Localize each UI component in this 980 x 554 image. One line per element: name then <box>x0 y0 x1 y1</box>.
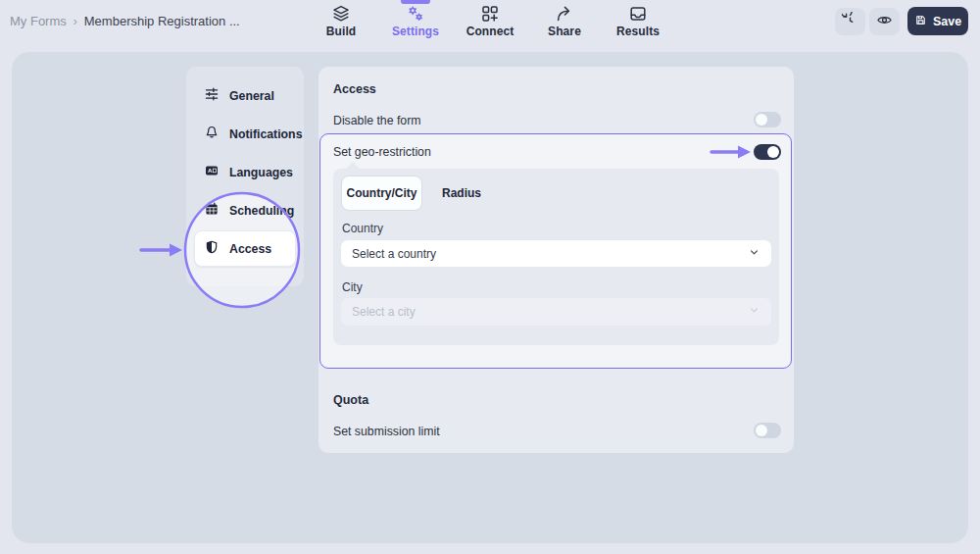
save-button[interactable]: Save <box>907 7 968 35</box>
tab-share[interactable]: Share <box>530 4 599 47</box>
calendar-icon <box>204 201 220 221</box>
shield-icon <box>204 239 220 259</box>
settings-icon <box>406 4 425 24</box>
sidebar-item-label: Access <box>229 242 271 256</box>
tab-settings[interactable]: Settings <box>381 4 450 47</box>
breadcrumb-separator: › <box>74 15 77 28</box>
preview-button[interactable] <box>869 8 900 35</box>
city-select-placeholder: Select a city <box>352 305 416 319</box>
share-icon <box>555 4 574 24</box>
geo-restriction-label: Set geo-restriction <box>333 145 431 159</box>
build-icon <box>331 4 351 24</box>
tab-results-label: Results <box>616 25 660 38</box>
save-icon <box>914 13 927 30</box>
tab-country-city[interactable]: Country/City <box>341 176 422 211</box>
city-field-label: City <box>342 280 363 294</box>
tab-build[interactable]: Build <box>307 4 375 47</box>
revision-history-button[interactable] <box>835 8 865 35</box>
translate-icon: A <box>204 163 220 182</box>
toggle-knob <box>756 425 767 436</box>
chevron-down-icon <box>748 246 760 262</box>
sidebar-item-general[interactable]: General <box>186 76 304 115</box>
eye-icon <box>876 12 893 32</box>
submission-limit-label: Set submission limit <box>333 425 440 438</box>
sidebar-item-label: General <box>229 89 274 103</box>
city-select[interactable]: Select a city <box>341 298 771 326</box>
breadcrumb-current-form[interactable]: Membership Registration ... <box>84 14 240 28</box>
tab-connect-label: Connect <box>466 25 514 38</box>
sidebar-item-access[interactable]: Access <box>186 229 304 268</box>
sidebar-item-scheduling[interactable]: Scheduling <box>186 191 304 229</box>
country-select[interactable]: Select a country <box>341 240 771 267</box>
tab-radius-label: Radius <box>442 186 481 200</box>
sidebar-item-label: Scheduling <box>229 204 294 218</box>
sidebar-item-label: Notifications <box>229 127 302 141</box>
toggle-knob <box>756 114 767 126</box>
tab-share-label: Share <box>548 25 581 38</box>
toggle-knob <box>767 146 779 158</box>
save-button-label: Save <box>933 15 961 28</box>
submission-limit-toggle[interactable] <box>754 423 781 438</box>
tab-settings-label: Settings <box>392 25 439 38</box>
chevron-down-icon <box>748 304 760 320</box>
access-section-title: Access <box>333 82 376 96</box>
breadcrumb: My Forms › Membership Registration ... <box>10 14 240 28</box>
sidebar-item-languages[interactable]: A Languages <box>186 153 304 191</box>
quota-section-title: Quota <box>333 393 368 407</box>
history-icon <box>842 12 858 32</box>
disable-form-toggle[interactable] <box>754 112 781 127</box>
tab-build-label: Build <box>326 25 357 38</box>
svg-text:A: A <box>208 168 213 174</box>
bell-icon <box>204 125 220 144</box>
active-tab-indicator <box>401 0 430 4</box>
connect-icon <box>480 4 500 24</box>
sliders-icon <box>204 86 220 106</box>
disable-form-label: Disable the form <box>333 114 421 127</box>
tab-results[interactable]: Results <box>604 4 672 47</box>
breadcrumb-my-forms[interactable]: My Forms <box>10 14 67 28</box>
tab-radius[interactable]: Radius <box>431 176 492 211</box>
results-icon <box>628 4 648 24</box>
geo-restriction-toggle[interactable] <box>754 144 781 160</box>
geo-panel-notch <box>345 162 361 170</box>
tab-connect[interactable]: Connect <box>456 4 524 47</box>
country-field-label: Country <box>342 222 383 235</box>
sidebar-item-notifications[interactable]: Notifications <box>186 115 304 153</box>
tab-country-city-label: Country/City <box>347 186 417 200</box>
country-select-value: Select a country <box>352 247 436 261</box>
sidebar-item-label: Languages <box>229 166 293 179</box>
